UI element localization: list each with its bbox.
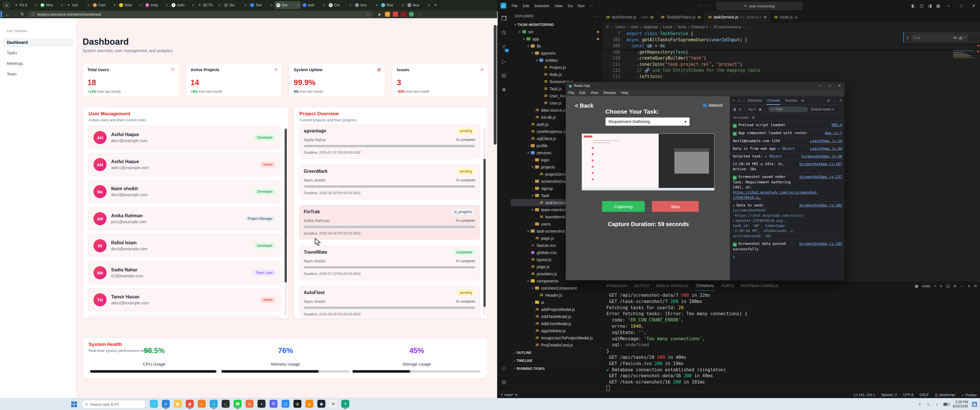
toggle-sidebar-icon[interactable]: ◧ bbox=[912, 3, 915, 8]
find-expand-icon[interactable]: ❯ bbox=[906, 36, 909, 40]
editor-tab[interactable]: JSroute.jsU bbox=[770, 11, 801, 23]
browser-menu-icon[interactable]: ⋮ bbox=[417, 12, 422, 17]
explorer-more-icon[interactable]: ⋯ bbox=[595, 14, 598, 18]
status-item[interactable]: ✓ Prettier bbox=[961, 393, 977, 397]
status-item[interactable]: CRLF bbox=[920, 393, 929, 397]
sidebar-item-tasks[interactable]: Tasks bbox=[3, 49, 73, 57]
command-center[interactable]: ⚲ task-monitoring bbox=[716, 2, 802, 10]
taskbar-app-terminal[interactable]: ›_ bbox=[222, 400, 230, 408]
react-menu-view[interactable]: View bbox=[588, 91, 601, 95]
taskbar-app-chatgpt[interactable]: ✳ bbox=[341, 400, 349, 408]
editor-tab[interactable]: JSTaskByProject.jsM bbox=[657, 11, 705, 23]
taskbar-app-vlc[interactable]: ▲ bbox=[305, 400, 313, 408]
browser-tab[interactable]: ♥insig✕ bbox=[143, 1, 170, 9]
console-prompt[interactable]: ❯ bbox=[730, 253, 845, 260]
user-list-scrollbar[interactable] bbox=[285, 127, 287, 315]
volume-icon[interactable]: ◖ bbox=[935, 402, 939, 407]
menu-selection[interactable]: Selection bbox=[531, 4, 552, 8]
tray-chevron-icon[interactable]: ∧ bbox=[918, 402, 922, 407]
source-link[interactable]: ScreenshotApp.js:237 bbox=[799, 174, 842, 180]
find-input[interactable]: Find Aa ab .* bbox=[911, 34, 968, 41]
taskbar-app-vscode[interactable]: ‹› bbox=[210, 400, 218, 408]
taskbar-app-steam[interactable]: ◉ bbox=[317, 400, 325, 408]
editor-tab[interactable]: JStaskService.js...\TaskM bbox=[603, 11, 657, 23]
panel-tab-problems[interactable]: PROBLEMS bbox=[606, 281, 627, 291]
customize-layout-icon[interactable]: ▦ bbox=[936, 3, 940, 8]
menu-view[interactable]: View bbox=[552, 4, 565, 8]
refresh-button[interactable]: ↻ Refresh bbox=[703, 103, 723, 108]
breadcrumb-item[interactable]: Users bbox=[615, 25, 625, 29]
tree-item[interactable]: JSRole.js bbox=[511, 71, 603, 78]
breadcrumb-item[interactable]: … bbox=[746, 25, 750, 29]
tree-item[interactable]: ∨commonComponent bbox=[511, 284, 603, 292]
devtools-close-icon[interactable]: ✕ bbox=[839, 99, 842, 103]
taskbar-app-file-explorer[interactable]: ▣ bbox=[174, 400, 182, 408]
user-card[interactable]: AHAsiful Haqueadm1@example.comAdmin bbox=[88, 153, 281, 176]
browser-tab[interactable]: ✳IELTS✕ bbox=[196, 1, 222, 9]
tree-item[interactable]: JSaddProjectModal.js bbox=[511, 306, 603, 313]
kill-terminal-icon[interactable]: ⊘ bbox=[953, 284, 957, 288]
extensions-icon[interactable]: ⊞ bbox=[497, 68, 511, 83]
browser-tab[interactable]: ✦Acti✕ bbox=[65, 1, 91, 9]
nav-forward-icon[interactable]: → bbox=[707, 3, 711, 7]
tree-item[interactable]: JSAddTaskModal.js bbox=[511, 313, 603, 320]
tab-close-button[interactable]: ✕ bbox=[218, 4, 221, 7]
toggle-secondary-sidebar-icon[interactable]: ◨ bbox=[928, 3, 932, 8]
tab-close-button[interactable]: ✕ bbox=[375, 4, 378, 7]
tab-close-button[interactable]: ✕ bbox=[140, 4, 142, 7]
taskbar-app-chrome[interactable]: ◉ bbox=[186, 400, 194, 408]
taskbar-search[interactable]: ⚲ Search web & PC bbox=[81, 400, 146, 408]
devtools-menu-icon[interactable]: ⋮ bbox=[833, 99, 837, 103]
source-link[interactable]: ScreenshotApp.js:30 bbox=[801, 154, 842, 159]
sidebar-item-team[interactable]: Team bbox=[3, 70, 73, 78]
react-menu-edit[interactable]: Edit bbox=[577, 91, 588, 95]
browser-tab[interactable]: task✕ bbox=[301, 1, 327, 9]
back-button[interactable]: ← bbox=[4, 12, 11, 17]
breadcrumb-item[interactable]: C: bbox=[606, 25, 610, 29]
task-dropdown[interactable]: Requirement Gathering ▾ bbox=[605, 117, 690, 126]
close-panel-icon[interactable]: ✕ bbox=[974, 284, 977, 288]
user-card[interactable]: AHAsiful Haquedev1@example.comDeveloper bbox=[88, 126, 281, 149]
tab-close-button[interactable]: ✕ bbox=[402, 4, 404, 7]
taskbar-app-github-desktop[interactable]: ◖ bbox=[258, 400, 266, 408]
project-card[interactable]: FinTrakin_progressAnika Rahman% complete… bbox=[299, 205, 480, 240]
taskbar-app-discord[interactable]: ᗣ bbox=[269, 400, 277, 408]
status-item[interactable]: {} JavaScript bbox=[935, 393, 955, 397]
remote-explorer-icon[interactable]: ❖ bbox=[497, 83, 511, 97]
devtools-tab-sources[interactable]: Sources bbox=[784, 96, 798, 105]
tree-item[interactable]: ∨lib bbox=[511, 43, 603, 49]
tab-close-button[interactable]: ✕ bbox=[297, 4, 299, 7]
levels-dropdown[interactable]: Default levels ▾ bbox=[811, 107, 834, 111]
menu-⋯[interactable]: ⋯ bbox=[587, 4, 596, 8]
tree-item[interactable]: ∨typeorm bbox=[511, 49, 603, 57]
user-card[interactable]: NsNaim sheikhdev2@example.comDeveloper bbox=[88, 180, 281, 203]
forward-button[interactable]: → bbox=[11, 12, 19, 17]
breadcrumb-item[interactable]: JS taskService.js bbox=[713, 25, 741, 29]
tree-item[interactable]: JSProject.js bbox=[511, 64, 603, 71]
run-debug-icon[interactable]: ▷ bbox=[497, 54, 511, 68]
source-link[interactable]: LoginPage.js:14 bbox=[810, 138, 842, 143]
tree-item[interactable]: ∨app bbox=[511, 35, 603, 43]
page-scrollbar[interactable] bbox=[494, 25, 496, 145]
taskbar-app-firefox[interactable]: ◗ bbox=[198, 400, 206, 408]
taskbar-app-postman[interactable]: ⊙ bbox=[245, 400, 253, 408]
user-card[interactable]: FAFarzana Akter bbox=[88, 315, 281, 319]
issues-counter[interactable]: No Issues bbox=[733, 116, 748, 119]
terminal-output[interactable]: GET /api/screenshot-data/7 500 in 22ms G… bbox=[606, 292, 974, 391]
taskbar-app-notion[interactable]: N bbox=[329, 400, 337, 408]
console-filter-input[interactable]: ▽ Filter bbox=[768, 106, 808, 112]
inspect-icon[interactable]: ⌖ bbox=[733, 99, 735, 103]
tab-close-button[interactable]: ✕ bbox=[245, 4, 247, 7]
battery-icon[interactable] bbox=[943, 403, 949, 406]
settings-gear-icon[interactable]: ⚙ bbox=[497, 375, 511, 389]
status-item[interactable]: Spaces: 2 bbox=[881, 393, 897, 397]
editor-tab[interactable]: JStaskService.jsC:\...\fz3temp-2✕ bbox=[705, 11, 771, 23]
settings-gear-icon[interactable]: ⚙ bbox=[827, 99, 830, 103]
split-terminal-icon[interactable]: ◫ bbox=[946, 284, 950, 288]
extension-darkred-icon[interactable] bbox=[401, 12, 406, 17]
terminal-profile-label[interactable]: node bbox=[922, 284, 930, 288]
devtools-tab-elements[interactable]: Elements bbox=[747, 96, 763, 105]
browser-tab[interactable]: ↓Osta✕ bbox=[118, 1, 143, 9]
account-icon[interactable]: ☺ bbox=[497, 361, 511, 375]
react-menu-help[interactable]: Help bbox=[619, 91, 631, 95]
